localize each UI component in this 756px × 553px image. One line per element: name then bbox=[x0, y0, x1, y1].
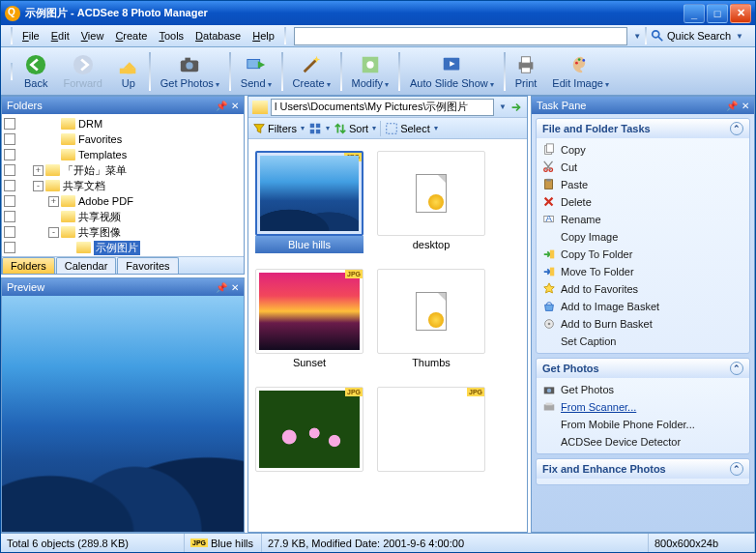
filters-button[interactable]: Filters▾ bbox=[252, 122, 305, 135]
pin-icon[interactable]: 📌 bbox=[216, 282, 227, 293]
task-group-header[interactable]: Get Photos⌃ bbox=[537, 359, 749, 378]
checkbox[interactable] bbox=[4, 211, 15, 222]
menu-view[interactable]: View bbox=[75, 27, 110, 44]
task-item[interactable]: Delete bbox=[542, 193, 743, 211]
tree-item[interactable]: -共享文档 bbox=[4, 178, 242, 193]
go-icon[interactable] bbox=[509, 101, 523, 114]
task-group-header[interactable]: Fix and Enhance Photos⌃ bbox=[537, 459, 749, 479]
task-item[interactable]: Copy Image bbox=[542, 228, 743, 246]
checkbox[interactable] bbox=[4, 180, 15, 191]
expand-icon[interactable] bbox=[48, 150, 59, 160]
toolbar-create[interactable]: Create▾ bbox=[285, 50, 338, 93]
toolbar-print[interactable]: Print bbox=[508, 50, 545, 93]
menu-edit[interactable]: Edit bbox=[45, 27, 75, 44]
checkbox[interactable] bbox=[4, 149, 15, 160]
tab-calendar[interactable]: Calendar bbox=[56, 257, 117, 274]
thumbnail[interactable]: JPGBlue hills bbox=[250, 145, 368, 259]
path-input[interactable]: l Users\Documents\My Pictures\示例图片 bbox=[271, 99, 494, 116]
thumbnail-area[interactable]: JPGBlue hillsdesktopJPGSunsetThumbsJPGJP… bbox=[248, 139, 527, 532]
preview-header[interactable]: Preview 📌 ✕ bbox=[2, 278, 244, 296]
thumbnail[interactable]: JPG bbox=[250, 381, 368, 495]
menu-database[interactable]: Database bbox=[189, 27, 247, 44]
tree-item[interactable]: +「开始」菜单 bbox=[4, 162, 242, 178]
toolbar-send[interactable]: Send▾ bbox=[233, 50, 279, 93]
expand-icon[interactable]: + bbox=[48, 196, 59, 207]
chevron-icon[interactable]: ⌃ bbox=[730, 362, 743, 375]
select-button[interactable]: Select▾ bbox=[385, 122, 438, 135]
task-item[interactable]: Copy bbox=[542, 141, 743, 159]
tree-item[interactable]: 共享视频 bbox=[4, 209, 242, 224]
checkbox[interactable] bbox=[4, 242, 15, 253]
toolbar-auto-slideshow[interactable]: Auto Slide Show▾ bbox=[402, 50, 502, 93]
expand-icon[interactable] bbox=[64, 243, 74, 253]
task-item[interactable]: ACDSee Device Detector bbox=[542, 433, 743, 451]
preview-image[interactable] bbox=[2, 296, 244, 532]
checkbox[interactable] bbox=[4, 195, 15, 207]
toolbar-get-photos[interactable]: Get Photos▾ bbox=[153, 50, 227, 93]
window-maximize-button[interactable]: □ bbox=[707, 4, 728, 23]
copy-icon bbox=[542, 143, 556, 157]
expand-icon[interactable] bbox=[48, 119, 59, 130]
expand-icon[interactable]: - bbox=[48, 227, 59, 238]
tree-item[interactable]: DRM bbox=[4, 116, 242, 131]
task-item[interactable]: Add to Favorites bbox=[542, 280, 743, 298]
close-icon[interactable]: ✕ bbox=[231, 101, 239, 111]
task-group-header[interactable]: File and Folder Tasks⌃ bbox=[537, 119, 749, 138]
thumbnail[interactable]: JPGSunset bbox=[250, 263, 368, 377]
address-input[interactable] bbox=[294, 27, 627, 45]
menu-help[interactable]: Help bbox=[247, 27, 280, 44]
task-item[interactable]: Cut bbox=[542, 159, 743, 176]
window-close-button[interactable]: ✕ bbox=[730, 4, 751, 23]
folder-tree[interactable]: DRMFavoritesTemplates+「开始」菜单-共享文档+Adobe … bbox=[2, 114, 244, 256]
chevron-icon[interactable]: ⌃ bbox=[730, 462, 743, 476]
toolbar-edit-image[interactable]: Edit Image▾ bbox=[544, 50, 617, 93]
tree-item[interactable]: +Adobe PDF bbox=[4, 193, 242, 209]
task-item[interactable]: Add to Image Basket bbox=[542, 298, 743, 315]
expand-icon[interactable]: + bbox=[33, 165, 44, 176]
quick-search[interactable]: Quick Search ▼ bbox=[651, 29, 743, 43]
task-item[interactable]: From Scanner... bbox=[542, 398, 743, 416]
pin-icon[interactable]: 📌 bbox=[216, 101, 227, 111]
taskpane-header[interactable]: Task Pane 📌 ✕ bbox=[532, 97, 754, 114]
task-item[interactable]: From Mobile Phone Folder... bbox=[542, 416, 743, 433]
expand-icon[interactable] bbox=[48, 134, 59, 145]
tab-favorites[interactable]: Favorites bbox=[117, 257, 178, 274]
sort-button[interactable]: Sort▾ bbox=[334, 122, 376, 135]
chevron-icon[interactable]: ⌃ bbox=[730, 122, 743, 135]
task-item[interactable]: Set Caption bbox=[542, 333, 743, 350]
path-dropdown[interactable]: ▼ bbox=[499, 102, 507, 111]
tree-item[interactable]: -共享图像 bbox=[4, 224, 242, 240]
task-item[interactable]: ARename bbox=[542, 211, 743, 228]
task-item[interactable]: Paste bbox=[542, 176, 743, 193]
checkbox[interactable] bbox=[4, 133, 15, 145]
tree-item[interactable]: Templates bbox=[4, 147, 242, 162]
task-item[interactable]: Get Photos bbox=[542, 381, 743, 398]
checkbox[interactable] bbox=[4, 164, 15, 176]
menu-file[interactable]: File bbox=[16, 27, 45, 44]
tab-folders[interactable]: Folders bbox=[2, 257, 55, 274]
window-minimize-button[interactable]: _ bbox=[683, 4, 705, 23]
task-item[interactable]: Copy To Folder bbox=[542, 246, 743, 263]
task-item[interactable]: Add to Burn Basket bbox=[542, 315, 743, 333]
thumbnail[interactable]: JPG bbox=[372, 381, 490, 495]
expand-icon[interactable] bbox=[48, 212, 59, 222]
toolbar-modify[interactable]: Modify▾ bbox=[344, 50, 396, 93]
menu-create[interactable]: Create bbox=[109, 27, 153, 44]
address-dropdown[interactable]: ▼ bbox=[633, 32, 641, 41]
thumbnail[interactable]: Thumbs bbox=[372, 263, 490, 377]
menu-tools[interactable]: Tools bbox=[153, 27, 189, 44]
view-mode-button[interactable]: ▾ bbox=[308, 122, 330, 135]
task-item[interactable]: Move To Folder bbox=[542, 263, 743, 280]
tree-item[interactable]: 示例图片 bbox=[4, 240, 242, 255]
toolbar-back[interactable]: Back bbox=[16, 50, 55, 93]
close-icon[interactable]: ✕ bbox=[741, 101, 749, 111]
folders-header[interactable]: Folders 📌 ✕ bbox=[2, 97, 244, 114]
toolbar-up[interactable]: Up bbox=[110, 50, 147, 93]
pin-icon[interactable]: 📌 bbox=[726, 101, 738, 111]
tree-item[interactable]: Favorites bbox=[4, 131, 242, 147]
checkbox[interactable] bbox=[4, 226, 15, 238]
thumbnail[interactable]: desktop bbox=[372, 145, 490, 259]
checkbox[interactable] bbox=[4, 118, 15, 130]
close-icon[interactable]: ✕ bbox=[231, 282, 239, 293]
expand-icon[interactable]: - bbox=[33, 181, 44, 191]
